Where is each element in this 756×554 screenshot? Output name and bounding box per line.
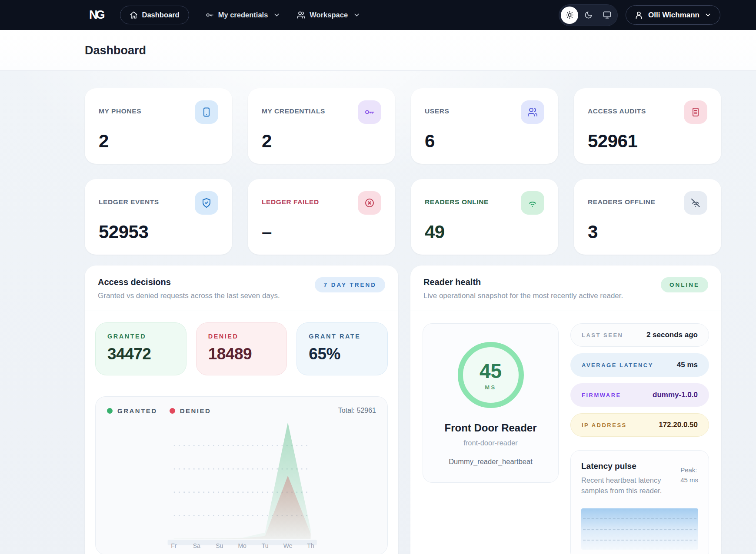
x-axis-label: Mo <box>238 542 246 549</box>
monitor-icon <box>603 11 611 19</box>
stat-card-value: 3 <box>588 222 707 242</box>
x-axis-label: Fr <box>171 542 177 549</box>
stat-card-readers-offline[interactable]: READERS OFFLINE 3 <box>574 179 721 255</box>
nav-item-workspace[interactable]: Workspace <box>297 11 360 19</box>
stat-card-label: USERS <box>425 100 449 115</box>
theme-light-button[interactable] <box>561 7 578 24</box>
trend-badge: 7 DAY TREND <box>315 277 385 292</box>
navbar: NG Dashboard My credentials <box>0 0 756 30</box>
access-panel-header: Access decisions Granted vs denied reque… <box>85 265 398 311</box>
main-content: MY PHONES 2 MY CREDENTIALS 2 <box>0 71 756 554</box>
ip-address-label: IP ADDRESS <box>582 422 627 428</box>
granted-value: 34472 <box>107 345 174 363</box>
stat-card-value: 49 <box>425 222 544 242</box>
chevron-down-icon <box>273 11 280 19</box>
granted-label: GRANTED <box>107 333 174 340</box>
theme-system-button[interactable] <box>598 7 616 24</box>
chevron-down-icon <box>353 11 360 19</box>
legend-granted: GRANTED <box>107 407 157 415</box>
stat-card-value: 2 <box>99 131 218 152</box>
stat-card-label: READERS ONLINE <box>425 191 489 206</box>
granted-stat: GRANTED 34472 <box>95 322 187 375</box>
stat-card-ledger-failed[interactable]: LEDGER FAILED – <box>248 179 395 255</box>
grant-rate-label: GRANT RATE <box>309 333 376 340</box>
app-logo: NG <box>89 8 103 22</box>
legend-denied: DENIED <box>170 407 211 415</box>
x-axis-label: Th <box>307 542 314 549</box>
gauge-unit: MS <box>485 384 496 391</box>
denied-dot-icon <box>170 408 175 414</box>
firmware-label: FIRMWARE <box>582 392 621 398</box>
stat-card-value: 6 <box>425 131 544 152</box>
nav-item-credentials[interactable]: My credentials <box>206 11 281 19</box>
reader-slug: front-door-reader <box>431 439 550 447</box>
legend-granted-label: GRANTED <box>117 407 157 415</box>
last-seen-row: LAST SEEN 2 seconds ago <box>570 323 709 347</box>
title-band: Dashboard <box>0 30 756 71</box>
user-name: Olli Wichmann <box>648 11 699 20</box>
grant-rate-value: 65% <box>309 345 376 363</box>
latency-pulse-title: Latency pulse <box>581 461 676 471</box>
chart-total: Total: 52961 <box>338 407 376 415</box>
peak-value: 45 ms <box>680 476 698 484</box>
stat-card-access-audits[interactable]: ACCESS AUDITS 52961 <box>574 88 721 164</box>
pulse-gridline <box>583 540 696 541</box>
last-seen-value: 2 seconds ago <box>646 331 698 339</box>
average-latency-label: AVERAGE LATENCY <box>582 362 653 368</box>
sun-icon <box>566 11 574 19</box>
users-icon <box>297 11 305 19</box>
moon-icon <box>584 11 593 19</box>
last-seen-label: LAST SEEN <box>582 332 623 338</box>
wifi-off-icon <box>684 191 707 215</box>
shield-check-icon <box>195 191 218 215</box>
stat-card-value: – <box>262 222 381 242</box>
stat-card-label: MY CREDENTIALS <box>262 100 325 115</box>
latency-pulse-chart <box>581 508 698 550</box>
navbar-right: Olli Wichmann <box>559 4 720 26</box>
stat-card-label: READERS OFFLINE <box>588 191 655 206</box>
firmware-value: dummy-1.0.0 <box>653 391 698 399</box>
access-stat-pills: GRANTED 34472 DENIED 18489 GRANT RATE 65… <box>95 322 388 375</box>
home-icon <box>130 11 138 19</box>
x-axis-label: We <box>283 542 293 549</box>
nav-item-dashboard[interactable]: Dashboard <box>120 6 189 24</box>
chart-header: GRANTED DENIED Total: 52961 <box>96 397 387 416</box>
x-circle-icon <box>358 191 381 215</box>
nav-item-credentials-label: My credentials <box>218 11 268 19</box>
firmware-row: FIRMWARE dummy-1.0.0 <box>570 383 709 407</box>
average-latency-row: AVERAGE LATENCY 45 ms <box>570 353 709 377</box>
stat-card-users[interactable]: USERS 6 <box>411 88 558 164</box>
access-chart-card: GRANTED DENIED Total: 52961 <box>95 396 388 554</box>
grant-rate-stat: GRANT RATE 65% <box>296 322 388 375</box>
x-axis-label: Sa <box>193 542 200 549</box>
denied-value: 18489 <box>208 345 275 363</box>
reader-panel-header: Reader health Live operational snapshot … <box>410 265 721 311</box>
theme-toggle-group <box>559 4 618 26</box>
pulse-gridline <box>583 518 696 519</box>
latency-gauge: 45 MS <box>458 342 524 408</box>
stat-card-ledger-events[interactable]: LEDGER EVENTS 52953 <box>85 179 232 255</box>
x-axis-label: Su <box>216 542 223 549</box>
key-icon <box>206 11 214 19</box>
access-panel-body: GRANTED 34472 DENIED 18489 GRANT RATE 65… <box>85 311 398 554</box>
stat-card-readers-online[interactable]: READERS ONLINE 49 <box>411 179 558 255</box>
reader-panel-subtitle: Live operational snapshot for the most r… <box>423 292 623 300</box>
stat-card-label: LEDGER EVENTS <box>99 191 159 206</box>
stat-card-my-phones[interactable]: MY PHONES 2 <box>85 88 232 164</box>
latency-pulse-card: Latency pulse Recent heartbeat latency s… <box>570 450 709 554</box>
navbar-left: NG Dashboard My credentials <box>89 6 360 24</box>
access-area-chart <box>96 416 387 547</box>
stat-card-value: 52953 <box>99 222 218 242</box>
access-decisions-panel: Access decisions Granted vs denied reque… <box>85 265 398 554</box>
denied-label: DENIED <box>208 333 275 340</box>
nav-item-dashboard-label: Dashboard <box>142 11 180 19</box>
x-axis-label: Tu <box>262 542 269 549</box>
ip-address-row: IP ADDRESS 172.20.0.50 <box>570 413 709 437</box>
user-menu[interactable]: Olli Wichmann <box>626 5 720 25</box>
reader-summary-card: 45 MS Front Door Reader front-door-reade… <box>423 323 559 483</box>
stat-card-my-credentials[interactable]: MY CREDENTIALS 2 <box>248 88 395 164</box>
key-icon <box>358 100 381 124</box>
access-panel-title: Access decisions <box>98 277 280 287</box>
reader-source: Dummy_reader_heartbeat <box>431 458 550 466</box>
theme-dark-button[interactable] <box>579 7 597 24</box>
